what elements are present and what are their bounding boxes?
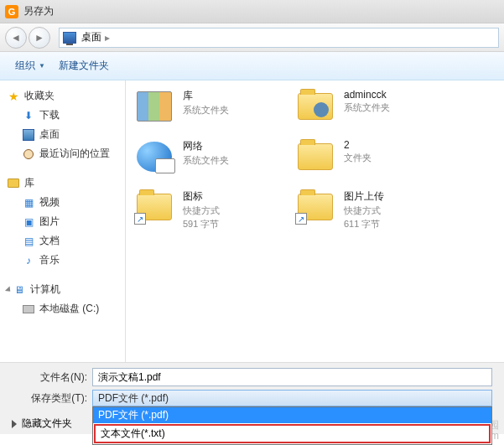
organize-label: 组织 xyxy=(15,59,35,73)
sidebar-computer: 🖥 计算机 本地磁盘 (C:) xyxy=(3,281,122,318)
new-folder-label: 新建文件夹 xyxy=(59,59,109,73)
chevron-down-icon: ▼ xyxy=(39,62,45,70)
recent-icon xyxy=(22,147,35,161)
expand-icon[interactable] xyxy=(5,286,13,293)
item-name: 网络 xyxy=(183,139,229,153)
filename-label: 文件名(N): xyxy=(12,370,87,385)
filename-input[interactable] xyxy=(92,368,492,386)
list-item[interactable]: 库 系统文件夹 xyxy=(134,89,295,124)
list-item[interactable]: admincck 系统文件夹 xyxy=(295,89,456,124)
sidebar-item-label: 音乐 xyxy=(39,253,60,267)
sidebar-item-label: 最近访问的位置 xyxy=(39,147,110,161)
item-sub2: 611 字节 xyxy=(344,218,384,230)
titlebar: G 另存为 xyxy=(0,0,504,23)
item-sub: 系统文件夹 xyxy=(183,104,229,116)
item-name: 库 xyxy=(183,89,229,103)
folder-icon xyxy=(295,139,335,174)
sidebar-item-videos[interactable]: ▦ 视频 xyxy=(3,194,122,211)
sidebar-item-label: 桌面 xyxy=(39,127,60,142)
main-area: ★ 收藏夹 ⬇ 下载 桌面 最近访问的位置 库 ▦ 视频 xyxy=(0,80,504,362)
sidebar-item-label: 视频 xyxy=(39,195,60,210)
libraries-label: 库 xyxy=(24,176,34,190)
shortcut-icon: ↗ xyxy=(295,189,335,225)
computer-icon: 🖥 xyxy=(13,283,26,297)
sidebar-item-desktop[interactable]: 桌面 xyxy=(3,126,122,143)
sidebar-libraries: 库 ▦ 视频 ▣ 图片 ▤ 文档 ♪ 音乐 xyxy=(3,174,122,269)
sidebar: ★ 收藏夹 ⬇ 下载 桌面 最近访问的位置 库 ▦ 视频 xyxy=(0,80,126,362)
picture-icon: ▣ xyxy=(22,215,35,229)
item-name: 图标 xyxy=(183,189,220,204)
desktop-icon xyxy=(63,32,76,44)
sidebar-header-libraries[interactable]: 库 xyxy=(3,174,122,192)
sidebar-item-label: 本地磁盘 (C:) xyxy=(39,302,99,316)
video-icon: ▦ xyxy=(22,196,35,210)
library-icon xyxy=(134,89,174,124)
star-icon: ★ xyxy=(7,90,20,103)
sidebar-header-computer[interactable]: 🖥 计算机 xyxy=(3,281,122,298)
filetype-selected[interactable]: PDF文件 (*.pdf) xyxy=(92,390,492,406)
disk-icon xyxy=(22,303,35,316)
item-name: admincck xyxy=(344,89,390,101)
address-bar[interactable]: 桌面 ▸ xyxy=(59,28,499,48)
music-icon: ♪ xyxy=(22,254,35,267)
user-folder-icon xyxy=(295,89,335,124)
file-list[interactable]: 库 系统文件夹 admincck 系统文件夹 网络 系统文件夹 2 文件夹 xyxy=(126,80,504,362)
library-icon xyxy=(7,177,20,190)
filetype-label: 保存类型(T): xyxy=(12,391,87,406)
item-name: 2 xyxy=(344,139,372,151)
new-folder-button[interactable]: 新建文件夹 xyxy=(52,55,116,76)
document-icon: ▤ xyxy=(22,235,35,248)
list-item[interactable]: 2 文件夹 xyxy=(295,139,456,174)
filetype-combo[interactable]: PDF文件 (*.pdf) PDF文件 (*.pdf) 文本文件(*.txt) xyxy=(92,390,492,406)
back-button[interactable]: ◄ xyxy=(5,27,27,49)
item-sub: 快捷方式 xyxy=(344,204,384,217)
sidebar-item-recent[interactable]: 最近访问的位置 xyxy=(3,145,122,163)
organize-button[interactable]: 组织 ▼ xyxy=(8,55,52,76)
location-text: 桌面 xyxy=(81,30,101,44)
filetype-option-txt[interactable]: 文本文件(*.txt) xyxy=(94,424,491,443)
item-sub2: 591 字节 xyxy=(183,218,220,230)
app-icon: G xyxy=(5,5,18,18)
sidebar-item-pictures[interactable]: ▣ 图片 xyxy=(3,213,122,230)
expand-icon[interactable] xyxy=(12,420,17,428)
forward-button[interactable]: ► xyxy=(29,27,50,49)
item-sub: 系统文件夹 xyxy=(183,154,229,167)
list-item[interactable]: 网络 系统文件夹 xyxy=(134,139,295,174)
sidebar-header-favorites[interactable]: ★ 收藏夹 xyxy=(3,87,122,105)
item-sub: 快捷方式 xyxy=(183,204,220,217)
sidebar-favorites: ★ 收藏夹 ⬇ 下载 桌面 最近访问的位置 xyxy=(3,87,122,163)
nav-row: ◄ ► 桌面 ▸ xyxy=(0,23,504,52)
computer-label: 计算机 xyxy=(30,282,60,297)
sidebar-item-label: 下载 xyxy=(39,108,60,122)
window-title: 另存为 xyxy=(23,4,54,18)
hide-folders-label[interactable]: 隐藏文件夹 xyxy=(22,417,72,431)
sidebar-item-disk-c[interactable]: 本地磁盘 (C:) xyxy=(3,300,122,318)
download-icon: ⬇ xyxy=(22,109,35,122)
sidebar-item-label: 图片 xyxy=(39,215,60,229)
filetype-dropdown: PDF文件 (*.pdf) 文本文件(*.txt) xyxy=(92,406,492,445)
save-form: 文件名(N): 保存类型(T): PDF文件 (*.pdf) PDF文件 (*.… xyxy=(0,362,504,413)
desktop-icon xyxy=(22,128,35,142)
item-name: 图片上传 xyxy=(344,189,384,204)
favorites-label: 收藏夹 xyxy=(24,89,55,103)
breadcrumb-arrow[interactable]: ▸ xyxy=(105,32,110,44)
sidebar-item-documents[interactable]: ▤ 文档 xyxy=(3,232,122,250)
item-sub: 系统文件夹 xyxy=(344,101,390,114)
list-item[interactable]: ↗ 图标 快捷方式 591 字节 xyxy=(134,189,295,230)
sidebar-item-label: 文档 xyxy=(39,234,60,248)
shortcut-icon: ↗ xyxy=(134,189,174,225)
sidebar-item-downloads[interactable]: ⬇ 下载 xyxy=(3,106,122,124)
list-item[interactable]: ↗ 图片上传 快捷方式 611 字节 xyxy=(295,189,456,230)
toolbar: 组织 ▼ 新建文件夹 xyxy=(0,52,504,80)
network-icon xyxy=(134,139,174,174)
item-sub: 文件夹 xyxy=(344,152,372,164)
filetype-option-pdf[interactable]: PDF文件 (*.pdf) xyxy=(93,407,491,423)
sidebar-item-music[interactable]: ♪ 音乐 xyxy=(3,251,122,269)
